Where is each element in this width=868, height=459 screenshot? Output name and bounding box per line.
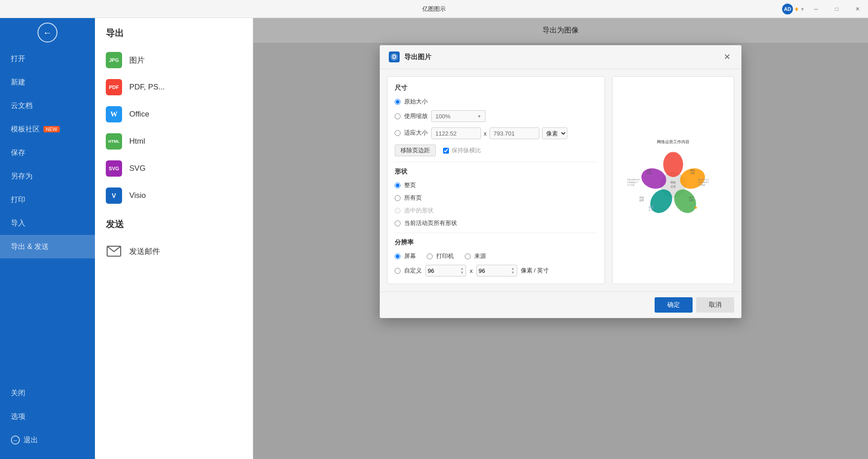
export-image-modal: D 导出图片 ✕ 尺寸 [380,45,741,318]
sidebar-item-exit[interactable]: – 退出 [0,428,95,452]
svg-text:运营: 运营 [689,199,693,201]
printer-resolution-label: 打印机 [436,252,454,260]
custom-res-y-input[interactable]: 96 ▲ ▼ [476,265,517,276]
export-label-jpg: 图片 [129,55,145,66]
sidebar-item-label: 保存 [11,148,25,158]
export-label-visio: Visio [129,191,146,200]
sidebar-item-open[interactable]: 打开 [0,47,95,70]
confirm-button[interactable]: 确定 [655,297,693,313]
custom-resolution-label: 自定义 [404,267,422,275]
modal-footer: 确定 取消 [380,291,741,318]
app-title: 亿图图示 [422,5,446,13]
export-item-visio[interactable]: V Visio [95,182,253,209]
screen-resolution-radio[interactable] [395,253,401,259]
send-section: 发送 发送邮件 [95,209,253,265]
sidebar-item-label: 关闭 [11,389,25,398]
svg-text:D: D [392,54,396,60]
sidebar-item-print[interactable]: 打印 [0,188,95,211]
sidebar-bottom: 关闭 选项 – 退出 [0,381,95,459]
visio-icon: V [106,187,122,204]
fit-size-row: 适应大小 x 像素 英寸 厘米 [395,126,597,139]
svg-text:数据分析工作: 数据分析工作 [698,178,709,181]
selected-shapes-label: 选中的形状 [404,206,434,215]
full-page-radio[interactable] [395,183,401,188]
cancel-button[interactable]: 取消 [696,297,734,313]
html-icon: HTML [106,133,122,150]
keep-ratio-label: 保持纵横比 [452,146,481,155]
width-input[interactable] [431,127,481,139]
export-item-html[interactable]: HTML Html [95,128,253,155]
export-label-html: Html [129,137,145,146]
sidebar-item-label: 导出 & 发送 [11,242,49,252]
all-pages-radio[interactable] [395,195,401,201]
right-content: 导出为图像 D 导出图片 ✕ [253,18,868,459]
maximize-button[interactable]: □ [826,0,847,18]
form-section: 尺寸 原始大小 使用缩放 100% [387,76,605,284]
svg-text:包括收集用户: 包括收集用户 [698,181,709,183]
export-item-office[interactable]: W Office [95,101,253,128]
sidebar-item-import[interactable]: 导入 [0,211,95,235]
height-input[interactable] [490,127,539,139]
selected-shapes-row: 选中的形状 [395,206,597,215]
current-page-shapes-radio[interactable] [395,220,401,226]
fit-size-radio[interactable] [395,130,401,136]
all-pages-label: 所有页 [404,194,422,202]
custom-resolution-radio[interactable] [395,268,401,274]
diagram-preview: 网络运营工作内容 网络 运营 [623,135,723,225]
scale-size-radio[interactable] [395,113,401,119]
original-size-label: 原始大小 [404,98,428,106]
pdf-icon: PDF [106,79,122,95]
svg-text:主要涵盖以下: 主要涵盖以下 [627,181,638,183]
current-page-shapes-label: 当前活动页所有形状 [404,219,457,227]
scale-size-row: 使用缩放 100% ▼ [395,110,597,122]
modal-close-button[interactable]: ✕ [722,52,732,62]
custom-res-x-input[interactable]: 96 ▲ ▼ [425,265,466,276]
unit-select[interactable]: 像素 英寸 厘米 [542,127,567,139]
minimize-button[interactable]: ─ [806,0,826,18]
export-label-pdf: PDF, PS... [129,83,165,92]
shape-radio-group: 整页 所有页 选中的形状 [395,181,597,227]
sidebar-item-save[interactable]: 保存 [0,141,95,164]
source-res-row: 来源 [465,252,486,260]
resolution-x-separator: x [470,267,473,274]
office-icon: W [106,106,122,122]
exit-icon: – [11,436,20,445]
export-item-pdf[interactable]: PDF PDF, PS... [95,74,253,101]
sidebar-item-label: 云文档 [11,101,33,111]
sidebar-item-new[interactable]: 新建 [0,70,95,94]
export-item-svg[interactable]: SVG SVG [95,155,253,182]
svg-text:几个方面: 几个方面 [627,184,634,186]
sidebar-item-label: 模板社区 [11,125,40,134]
remove-margin-button[interactable]: 移除页边距 [395,145,436,156]
back-icon: ← [43,28,52,38]
send-email-item[interactable]: 发送邮件 [106,238,242,265]
svg-text:运营: 运营 [670,185,676,188]
sidebar-item-cloud[interactable]: 云文档 [0,94,95,117]
main-layout: ← 打开 新建 云文档 模板社区 NEW 保存 另存为 [0,18,868,459]
screen-res-row: 屏幕 [395,252,416,260]
resolution-radio-row: 屏幕 打印机 来源 [395,252,597,260]
source-resolution-radio[interactable] [465,253,471,259]
close-window-button[interactable]: ✕ [847,0,868,18]
sidebar-item-label: 打印 [11,195,25,205]
modal-overlay: D 导出图片 ✕ 尺寸 [253,18,868,459]
original-size-radio[interactable] [395,99,401,105]
scale-input[interactable]: 100% ▼ [431,110,486,122]
selected-shapes-radio[interactable] [395,208,401,214]
divider-1 [395,162,597,162]
svg-text:✦: ✦ [693,205,698,211]
dropdown-arrow-icon: ▼ [477,114,481,119]
user-area: AD ♦ ▼ [782,0,805,18]
printer-resolution-radio[interactable] [427,253,433,259]
export-item-jpg[interactable]: JPG 图片 [95,47,253,74]
export-label-svg: SVG [129,164,146,173]
all-pages-row: 所有页 [395,194,597,202]
sidebar-item-template[interactable]: 模板社区 NEW [0,117,95,141]
sidebar-item-options[interactable]: 选项 [0,405,95,428]
sidebar-item-saveas[interactable]: 另存为 [0,164,95,188]
back-button[interactable]: ← [38,23,57,42]
sidebar-item-close[interactable]: 关闭 [0,381,95,405]
sidebar-item-export[interactable]: 导出 & 发送 [0,235,95,258]
content-area: 导出 JPG 图片 PDF PDF, PS... W Office HTML H… [95,18,868,459]
keep-ratio-checkbox[interactable] [443,148,449,154]
